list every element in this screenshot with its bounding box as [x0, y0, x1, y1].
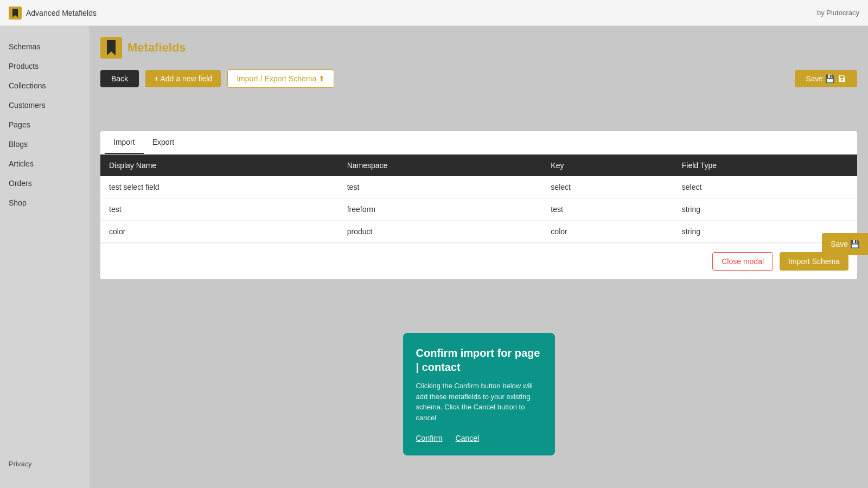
confirm-description: Clicking the Confirm button below will a…: [416, 381, 542, 423]
top-bar-logo: Advanced Metafields: [9, 7, 97, 20]
col-field-type: Field Type: [673, 155, 857, 176]
confirm-actions: Confirm Cancel: [416, 434, 542, 442]
confirm-dialog: Confirm import for page | contact Clicki…: [403, 333, 555, 455]
cancel-button[interactable]: Cancel: [456, 434, 480, 442]
sidebar-nav: Schemas Products Collections Customers P…: [0, 37, 90, 450]
sidebar-item-pages[interactable]: Pages: [0, 115, 90, 134]
import-export-button[interactable]: Import / Export Schema ⬆: [227, 69, 334, 88]
tab-export[interactable]: Export: [144, 131, 183, 154]
close-modal-button[interactable]: Close modal: [712, 252, 773, 271]
app-logo-area: Metafields: [100, 37, 186, 59]
app-title: Metafields: [127, 41, 186, 55]
sidebar-item-customers[interactable]: Customers: [0, 95, 90, 115]
sidebar-item-shop[interactable]: Shop: [0, 193, 90, 213]
cell-key-1: select: [542, 176, 673, 198]
sidebar-item-blogs[interactable]: Blogs: [0, 134, 90, 154]
confirm-title: Confirm import for page | contact: [416, 346, 542, 374]
top-bar-title: Advanced Metafields: [26, 9, 97, 17]
app-logo-icon: [9, 7, 22, 20]
col-key: Key: [542, 155, 673, 176]
sidebar-item-orders[interactable]: Orders: [0, 174, 90, 193]
save-side-container: Save 💾: [822, 233, 868, 255]
cell-key-3: color: [542, 221, 673, 243]
cell-display-name-3: color: [100, 221, 339, 243]
cell-namespace-3: product: [339, 221, 542, 243]
table-row: test select field test select select: [100, 176, 857, 198]
top-bar: Advanced Metafields by Plutocracy: [0, 0, 868, 26]
cell-display-name-1: test select field: [100, 176, 339, 198]
cell-field-type-2: string: [673, 198, 857, 221]
sidebar-item-articles[interactable]: Articles: [0, 154, 90, 174]
cell-namespace-2: freeform: [339, 198, 542, 221]
save-top-right-label: Save 💾: [806, 74, 834, 83]
col-display-name: Display Name: [100, 155, 339, 176]
modal-tabs: Import Export: [100, 131, 857, 155]
content-area: Metafields Back + Add a new field Import…: [90, 26, 868, 488]
col-namespace: Namespace: [339, 155, 542, 176]
toolbar: Back + Add a new field Import / Export S…: [100, 69, 857, 88]
top-bar-byline: by Plutocracy: [817, 9, 859, 17]
add-new-field-button[interactable]: + Add a new field: [145, 70, 221, 87]
save-top-right-button[interactable]: Save 💾: [795, 70, 857, 87]
save-icon: [838, 74, 846, 83]
metafields-logo-icon: [100, 37, 122, 59]
cell-key-2: test: [542, 198, 673, 221]
cell-display-name-2: test: [100, 198, 339, 221]
save-side-button[interactable]: Save 💾: [822, 233, 868, 255]
schema-table: Display Name Namespace Key Field Type te…: [100, 155, 857, 243]
table-body: test select field test select select tes…: [100, 176, 857, 243]
table-actions: Close modal Import Schema: [100, 243, 857, 279]
cell-field-type-1: select: [673, 176, 857, 198]
import-schema-button[interactable]: Import Schema: [780, 252, 848, 271]
tab-import[interactable]: Import: [105, 131, 144, 154]
main-layout: Schemas Products Collections Customers P…: [0, 26, 868, 488]
table-row: test freeform test string: [100, 198, 857, 221]
sidebar-item-products[interactable]: Products: [0, 56, 90, 76]
save-side-label: Save 💾: [831, 240, 859, 248]
sidebar-item-schemas[interactable]: Schemas: [0, 37, 90, 56]
table-header: Display Name Namespace Key Field Type: [100, 155, 857, 176]
modal-panel: Import Export Display Name Namespace Key…: [100, 131, 857, 279]
back-button[interactable]: Back: [100, 70, 139, 87]
app-header-row: Metafields: [100, 37, 857, 59]
sidebar-item-collections[interactable]: Collections: [0, 76, 90, 95]
sidebar-footer: Privacy: [0, 450, 90, 477]
cell-namespace-1: test: [339, 176, 542, 198]
confirm-button[interactable]: Confirm: [416, 434, 443, 442]
sidebar: Schemas Products Collections Customers P…: [0, 26, 90, 488]
privacy-link[interactable]: Privacy: [9, 460, 32, 468]
table-row: color product color string: [100, 221, 857, 243]
